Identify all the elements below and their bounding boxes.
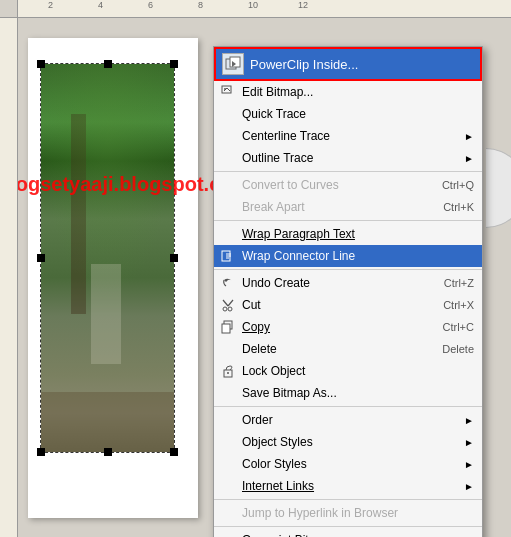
color-styles-label: Color Styles (242, 457, 464, 471)
order-arrow: ► (464, 415, 474, 426)
menu-item-convert-curves: Convert to Curves Ctrl+Q (214, 174, 482, 196)
context-menu: PowerClip Inside... Edit Bitmap... Quick… (213, 46, 483, 537)
menu-item-undo-create[interactable]: Undo Create Ctrl+Z (214, 272, 482, 294)
lock-object-label: Lock Object (242, 364, 474, 378)
menu-item-wrap-connector[interactable]: Wrap Connector Line (214, 245, 482, 267)
handle-mr (170, 254, 178, 262)
menu-item-delete[interactable]: Delete Delete (214, 338, 482, 360)
copy-label: Copy (242, 320, 443, 334)
jump-hyperlink-label: Jump to Hyperlink in Browser (242, 506, 474, 520)
color-styles-arrow: ► (464, 459, 474, 470)
menu-item-cut[interactable]: Cut Ctrl+X (214, 294, 482, 316)
menu-item-edit-bitmap[interactable]: Edit Bitmap... (214, 81, 482, 103)
separator-6 (214, 526, 482, 527)
canvas-area: blogsetyaaji.blogspot.com PowerClip Insi… (18, 18, 511, 537)
menu-item-save-bitmap[interactable]: Save Bitmap As... (214, 382, 482, 404)
cut-shortcut: Ctrl+X (443, 299, 474, 311)
break-apart-label: Break Apart (242, 200, 443, 214)
handle-bl (37, 448, 45, 456)
ruler-vertical (0, 18, 18, 537)
ruler-corner (0, 0, 18, 18)
quick-trace-label: Quick Trace (242, 107, 474, 121)
ruler-top: 2 4 6 8 10 12 (0, 0, 511, 18)
menu-item-outline-trace[interactable]: Outline Trace ► (214, 147, 482, 169)
undo-create-shortcut: Ctrl+Z (444, 277, 474, 289)
menu-item-copy[interactable]: Copy Ctrl+C (214, 316, 482, 338)
menu-item-order[interactable]: Order ► (214, 409, 482, 431)
handle-tl (37, 60, 45, 68)
ruler-mark: 6 (148, 0, 153, 10)
break-apart-shortcut: Ctrl+K (443, 201, 474, 213)
cut-label: Cut (242, 298, 443, 312)
wrap-connector-label: Wrap Connector Line (242, 249, 474, 263)
ruler-mark: 2 (48, 0, 53, 10)
separator-2 (214, 220, 482, 221)
menu-item-color-styles[interactable]: Color Styles ► (214, 453, 482, 475)
internet-links-label: Internet Links (242, 479, 464, 493)
wrap-connector-icon (220, 248, 236, 264)
menu-item-object-styles[interactable]: Object Styles ► (214, 431, 482, 453)
separator-4 (214, 406, 482, 407)
undo-create-label: Undo Create (242, 276, 444, 290)
menu-item-centerline-trace[interactable]: Centerline Trace ► (214, 125, 482, 147)
separator-5 (214, 499, 482, 500)
powerclip-label: PowerClip Inside... (250, 57, 358, 72)
order-label: Order (242, 413, 464, 427)
selected-image-frame[interactable] (40, 63, 175, 453)
handle-br (170, 448, 178, 456)
object-styles-label: Object Styles (242, 435, 464, 449)
outline-trace-arrow: ► (464, 153, 474, 164)
ruler-mark: 8 (198, 0, 203, 10)
ruler-mark: 4 (98, 0, 103, 10)
ruler-horizontal: 2 4 6 8 10 12 (18, 0, 511, 17)
handle-bm (104, 448, 112, 456)
edit-bitmap-label: Edit Bitmap... (242, 85, 474, 99)
overprint-label: Overprint Bitmap (242, 533, 474, 537)
menu-item-jump-hyperlink: Jump to Hyperlink in Browser (214, 502, 482, 524)
separator-3 (214, 269, 482, 270)
convert-curves-shortcut: Ctrl+Q (442, 179, 474, 191)
menu-item-wrap-paragraph[interactable]: Wrap Paragraph Text (214, 223, 482, 245)
delete-label: Delete (242, 342, 442, 356)
centerline-trace-label: Centerline Trace (242, 129, 464, 143)
cut-icon (220, 297, 236, 313)
wrap-paragraph-label: Wrap Paragraph Text (242, 227, 474, 241)
image-content (41, 64, 174, 452)
menu-item-internet-links[interactable]: Internet Links ► (214, 475, 482, 497)
svg-point-3 (224, 88, 226, 90)
ruler-mark: 10 (248, 0, 258, 10)
delete-shortcut: Delete (442, 343, 474, 355)
edit-bitmap-icon (220, 84, 236, 100)
convert-curves-label: Convert to Curves (242, 178, 442, 192)
menu-item-lock-object[interactable]: Lock Object (214, 360, 482, 382)
half-circle-decoration (486, 148, 511, 228)
internet-links-arrow: ► (464, 481, 474, 492)
handle-tr (170, 60, 178, 68)
menu-item-overprint[interactable]: Overprint Bitmap (214, 529, 482, 537)
copy-icon (220, 319, 236, 335)
separator-1 (214, 171, 482, 172)
menu-item-break-apart: Break Apart Ctrl+K (214, 196, 482, 218)
svg-rect-1 (230, 57, 240, 67)
ruler-mark: 12 (298, 0, 308, 10)
powerclip-inside-item[interactable]: PowerClip Inside... (216, 49, 480, 79)
undo-icon (220, 275, 236, 291)
svg-point-5 (223, 307, 227, 311)
page (28, 38, 198, 518)
centerline-trace-arrow: ► (464, 131, 474, 142)
svg-rect-2 (222, 86, 231, 93)
handle-ml (37, 254, 45, 262)
svg-point-10 (227, 372, 229, 374)
svg-point-6 (228, 307, 232, 311)
powerclip-item-wrapper: PowerClip Inside... (214, 47, 482, 81)
svg-rect-8 (222, 324, 230, 333)
save-bitmap-label: Save Bitmap As... (242, 386, 474, 400)
lock-icon (220, 363, 236, 379)
object-styles-arrow: ► (464, 437, 474, 448)
outline-trace-label: Outline Trace (242, 151, 464, 165)
menu-item-quick-trace[interactable]: Quick Trace (214, 103, 482, 125)
copy-shortcut: Ctrl+C (443, 321, 474, 333)
powerclip-icon (222, 53, 244, 75)
handle-tm (104, 60, 112, 68)
